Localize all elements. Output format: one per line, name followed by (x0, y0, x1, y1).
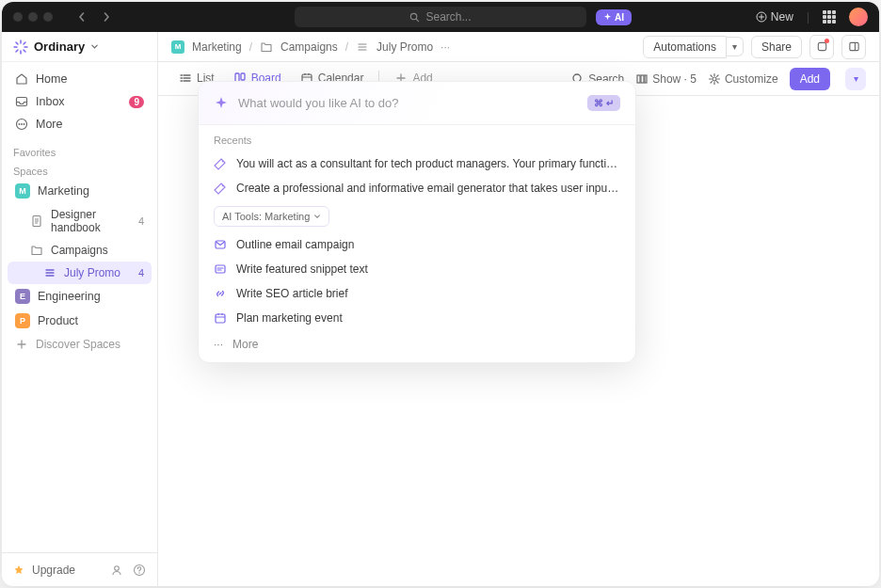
svg-rect-17 (637, 75, 640, 83)
nav-home[interactable]: Home (8, 68, 152, 90)
sparkle-icon (214, 96, 229, 111)
notifications-button[interactable] (809, 35, 834, 59)
svg-rect-22 (216, 265, 225, 273)
space-badge: M (15, 183, 30, 199)
ai-tool-item[interactable]: Plan marketing event (199, 306, 635, 330)
svg-rect-11 (818, 42, 825, 50)
automations-chevron[interactable]: ▾ (727, 37, 744, 56)
breadcrumb-more[interactable]: ··· (440, 40, 450, 54)
ai-tools-filter[interactable]: AI Tools: Marketing (214, 206, 329, 227)
app-window: Search... AI New | Ordinary (2, 2, 879, 586)
nav-back[interactable] (72, 7, 92, 27)
svg-point-8 (115, 565, 120, 570)
new-button[interactable]: New (756, 10, 793, 24)
tree-campaigns[interactable]: Campaigns (8, 239, 152, 262)
sidebar-footer: Upgrade (2, 552, 157, 586)
columns-icon (635, 72, 649, 86)
help-icon[interactable] (133, 564, 146, 577)
plus-icon (15, 338, 28, 351)
nav-inbox[interactable]: Inbox 9 (8, 90, 152, 113)
close-dot[interactable] (13, 12, 23, 22)
ai-tool-item[interactable]: Outline email campaign (199, 232, 635, 257)
breadcrumb-folder[interactable]: Campaigns (280, 40, 338, 54)
svg-point-6 (24, 123, 25, 125)
add-task-button[interactable]: Add (790, 68, 830, 90)
breadcrumb-space[interactable]: Marketing (192, 40, 242, 54)
list-icon (356, 40, 369, 54)
svg-point-0 (411, 13, 417, 19)
workspace-switcher[interactable]: Ordinary (2, 32, 157, 62)
traffic-lights (13, 12, 53, 22)
show-columns-button[interactable]: Show · 5 (635, 72, 697, 86)
svg-rect-19 (645, 75, 647, 83)
mail-icon (214, 238, 227, 251)
minimize-dot[interactable] (28, 12, 38, 22)
ai-more-button[interactable]: ··· More (199, 330, 635, 362)
space-badge: E (15, 289, 30, 304)
tree-july-promo[interactable]: July Promo 4 (8, 262, 152, 284)
doc-icon (30, 215, 43, 228)
add-task-chevron[interactable]: ▾ (845, 68, 866, 90)
ai-shortcut-badge: ⌘ ↵ (587, 95, 620, 111)
apps-grid-icon[interactable] (823, 10, 836, 24)
tree-designer-handbook[interactable]: Designer handbook 4 (8, 203, 152, 239)
more-circle-icon (15, 118, 28, 131)
ai-tool-item[interactable]: Write SEO article brief (199, 281, 635, 306)
favorites-label: Favorites (2, 141, 157, 160)
spaces-label: Spaces (2, 160, 157, 179)
customize-button[interactable]: Customize (708, 72, 778, 86)
wand-icon (214, 157, 227, 170)
breadcrumb-bar: M Marketing / Campaigns / July Promo ···… (158, 32, 879, 62)
nav-more[interactable]: More (8, 113, 152, 135)
home-icon (15, 72, 28, 86)
breadcrumb-list[interactable]: July Promo (376, 40, 433, 54)
folder-icon (30, 244, 43, 257)
svg-rect-12 (849, 42, 857, 50)
titlebar: Search... AI New | (2, 2, 879, 32)
recent-prompt-item[interactable]: You will act as a consultant for tech pr… (199, 151, 635, 176)
workspace-logo-icon (13, 40, 28, 55)
inbox-badge: 9 (129, 96, 144, 108)
person-icon[interactable] (110, 564, 123, 577)
ai-tool-item[interactable]: Write featured snippet text (199, 257, 635, 281)
workspace-name: Ordinary (34, 40, 85, 54)
upgrade-link[interactable]: Upgrade (32, 564, 75, 577)
share-button[interactable]: Share (751, 36, 802, 58)
inbox-icon (15, 95, 28, 108)
ai-button[interactable]: AI (596, 9, 632, 25)
recents-label: Recents (199, 125, 635, 151)
user-avatar[interactable] (849, 8, 868, 26)
link-icon (214, 287, 227, 300)
gear-icon (708, 72, 721, 86)
list-icon (43, 266, 56, 279)
space-product[interactable]: P Product (8, 309, 152, 333)
more-dots-icon: ··· (214, 338, 223, 351)
snippet-icon (214, 262, 227, 276)
breadcrumb-sep: / (249, 40, 252, 54)
ai-input[interactable]: What would you like AI to do? ⌘ ↵ (199, 82, 635, 125)
svg-point-5 (21, 123, 23, 125)
upgrade-icon (13, 564, 24, 576)
sidebar: Ordinary Home Inbox 9 More Favorites (2, 32, 158, 586)
svg-point-10 (138, 572, 139, 573)
ai-panel: What would you like AI to do? ⌘ ↵ Recent… (198, 81, 636, 363)
space-engineering[interactable]: E Engineering (8, 284, 152, 309)
breadcrumb-sep: / (345, 40, 348, 54)
calendar-icon (214, 311, 227, 325)
svg-rect-14 (241, 73, 245, 80)
automations-button[interactable]: Automations (643, 36, 727, 58)
svg-point-20 (713, 77, 716, 81)
notif-dot (825, 39, 829, 43)
global-search[interactable]: Search... (295, 7, 586, 27)
space-marketing[interactable]: M Marketing (8, 179, 152, 203)
nav-forward[interactable] (96, 7, 117, 27)
folder-icon (260, 40, 273, 54)
svg-rect-18 (641, 75, 644, 83)
sidebar-toggle-button[interactable] (841, 35, 866, 59)
discover-spaces[interactable]: Discover Spaces (8, 333, 152, 356)
breadcrumb-space-icon: M (171, 40, 184, 54)
space-badge: P (15, 313, 30, 328)
maximize-dot[interactable] (43, 12, 53, 22)
svg-rect-23 (216, 314, 225, 323)
recent-prompt-item[interactable]: Create a professional and informative em… (199, 176, 635, 200)
